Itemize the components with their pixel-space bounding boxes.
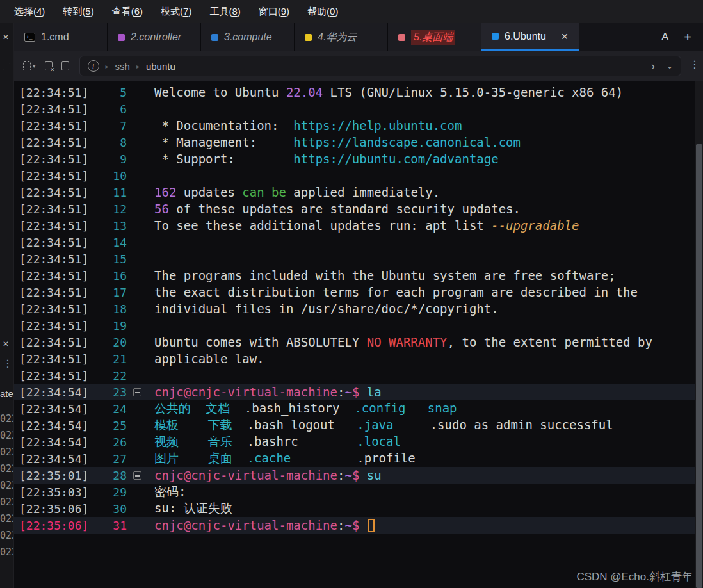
terminal-text-segment: https://landscape.canonical.com <box>293 135 521 149</box>
tab-1.cmd[interactable]: ›_1.cmd <box>14 23 108 51</box>
tab-overview-button[interactable]: A <box>661 31 668 44</box>
tab-6.Ubuntu[interactable]: 6.Ubuntu✕ <box>481 23 579 51</box>
duplicate-session-icon[interactable] <box>60 58 70 74</box>
line-number: 12 <box>92 202 127 216</box>
close-tab-icon[interactable]: ✕ <box>561 31 569 42</box>
session-address-bar[interactable]: i ▸ ssh ▸ ubuntu › ⌄ <box>79 56 681 76</box>
terminal-text: 模板 下载 .bash_logout .java .sudo_as_admin_… <box>147 417 695 434</box>
terminal-line: [22:34:51]7 * Documentation: https://hel… <box>14 117 695 134</box>
terminal-text-segment: .config <box>354 401 405 415</box>
timestamp: [22:35:03] <box>14 486 92 499</box>
timestamp: [22:34:51] <box>14 369 92 382</box>
fold-toggle-icon[interactable] <box>133 471 141 480</box>
dropdown-caret-icon[interactable]: ⌄ <box>667 61 673 70</box>
menu-item-帮助[interactable]: 帮助(0) <box>298 0 347 23</box>
terminal-line: [22:34:54]27图片 桌面 .cache .profile <box>14 450 695 467</box>
session-color-icon <box>305 34 312 41</box>
terminal-text-segment <box>359 385 366 399</box>
session-color-icon <box>118 34 125 41</box>
more-vertical-icon[interactable]: ⋮ <box>3 357 13 370</box>
line-number: 24 <box>92 402 127 416</box>
line-number: 5 <box>92 86 127 99</box>
terminal-line: [22:34:51]22 <box>14 367 695 384</box>
menu-item-窗口[interactable]: 窗口(9) <box>250 0 298 23</box>
clipped-timestamp: 022 <box>0 546 14 558</box>
terminal-text-segment: 162 <box>154 185 176 199</box>
terminal-cursor <box>368 519 375 532</box>
menu-item-转到[interactable]: 转到(5) <box>54 0 102 23</box>
tab-4.华为云[interactable]: 4.华为云 <box>295 23 388 51</box>
more-options-icon[interactable]: ⋮ <box>690 60 700 70</box>
breadcrumb-host[interactable]: ubuntu <box>146 61 175 72</box>
terminal-text-segment <box>230 401 245 415</box>
session-color-icon <box>211 34 218 41</box>
line-number: 22 <box>92 369 127 382</box>
collapsed-panel-icon[interactable] <box>3 63 10 70</box>
line-number: 14 <box>92 236 127 249</box>
terminal-text: cnjc@cnjc-virtual-machine:~$ <box>147 518 695 532</box>
timestamp: [22:34:51] <box>14 186 92 199</box>
scrollbar-thumb[interactable] <box>696 144 702 588</box>
line-number: 25 <box>92 419 127 432</box>
terminal-text-segment: The programs included with the Ubuntu sy… <box>154 268 616 282</box>
terminal-line: [22:35:06]31cnjc@cnjc-virtual-machine:~$ <box>14 517 695 534</box>
terminal-text-segment: , to the extent permitted by <box>448 335 652 349</box>
clipped-timestamp: 022 <box>0 513 14 525</box>
menu-item-查看[interactable]: 查看(6) <box>103 0 152 23</box>
pane-close-icon[interactable]: ✕ <box>3 339 9 348</box>
terminal-text-segment: * Support: <box>154 152 293 166</box>
menu-item-模式[interactable]: 模式(7) <box>152 0 200 23</box>
tab-strip: ›_1.cmd2.controller3.compute4.华为云5.桌面端6.… <box>14 23 579 51</box>
timestamp: [22:34:51] <box>14 302 92 316</box>
fold-toggle-icon[interactable] <box>133 388 141 396</box>
paste-dropdown-icon[interactable]: ▾ <box>22 58 37 74</box>
chevron-down-icon: ▾ <box>33 63 36 69</box>
terminal-text-segment <box>232 418 247 432</box>
scrollbar-track[interactable] <box>695 81 703 588</box>
terminal-line: [22:34:51]6 <box>14 101 695 117</box>
info-icon[interactable]: i <box>88 60 99 72</box>
breadcrumb-protocol[interactable]: ssh <box>115 61 130 72</box>
toolbar: ▾ ✕ i ▸ ssh ▸ ubuntu › ⌄ ⋮ <box>14 51 703 81</box>
session-color-icon <box>398 34 405 41</box>
terminal-text: * Support: https://ubuntu.com/advantage <box>147 152 695 166</box>
terminal-text-segment: cnjc@cnjc-virtual-machine <box>154 518 337 532</box>
tab-3.compute[interactable]: 3.compute <box>201 23 295 51</box>
line-number: 31 <box>92 519 127 532</box>
tab-2.controller[interactable]: 2.controller <box>108 23 201 51</box>
terminal-line: [22:34:51]19 <box>14 317 695 334</box>
terminal-text-segment: 图片 <box>154 451 179 465</box>
terminal-output[interactable]: [22:34:51]5Welcome to Ubuntu 22.04 LTS (… <box>14 81 695 588</box>
line-number: 21 <box>92 352 127 366</box>
clipped-timestamp: 022 <box>0 446 14 458</box>
terminal-text-segment: individual files in /usr/share/doc/*/cop… <box>154 302 499 316</box>
terminal-text: The programs included with the Ubuntu sy… <box>147 268 695 282</box>
timestamp: [22:34:54] <box>14 402 92 416</box>
clipped-timestamp: 022 <box>0 463 14 475</box>
terminal-line: [22:34:51]21applicable law. <box>14 350 695 367</box>
cmd-icon: ›_ <box>24 33 35 42</box>
terminal-line: [22:34:51]15 <box>14 250 695 267</box>
menu-item-工具[interactable]: 工具(8) <box>200 0 249 23</box>
terminal-line: [22:34:54]24公共的 文档 .bash_history .config… <box>14 400 695 417</box>
terminal-line: [22:34:51]13To see these additional upda… <box>14 217 695 234</box>
close-session-icon[interactable]: ✕ <box>44 58 54 74</box>
terminal-text-segment: $ <box>352 518 359 532</box>
terminal-text: cnjc@cnjc-virtual-machine:~$ su <box>147 468 695 482</box>
terminal-text-segment: https://help.ubuntu.com <box>293 118 462 133</box>
line-number: 23 <box>92 386 127 399</box>
pane-close-icon[interactable]: ✕ <box>3 33 9 42</box>
tab-5.桌面端[interactable]: 5.桌面端 <box>388 23 481 51</box>
terminal-text: individual files in /usr/share/doc/*/cop… <box>147 302 695 316</box>
clipped-text-fragment: ate <box>0 388 13 399</box>
terminal-text: cnjc@cnjc-virtual-machine:~$ la <box>147 385 695 399</box>
timestamp: [22:34:51] <box>14 219 92 233</box>
timestamp: [22:34:51] <box>14 152 92 166</box>
new-tab-button[interactable]: + <box>684 30 691 45</box>
terminal-text-segment: 密码: <box>154 484 186 498</box>
timestamp: [22:34:51] <box>14 352 92 366</box>
terminal-line: [22:34:51]18individual files in /usr/sha… <box>14 300 695 317</box>
run-arrow-icon[interactable]: › <box>651 60 655 72</box>
menu-item-选择[interactable]: 选择(4) <box>5 0 54 23</box>
line-number: 27 <box>92 452 127 466</box>
